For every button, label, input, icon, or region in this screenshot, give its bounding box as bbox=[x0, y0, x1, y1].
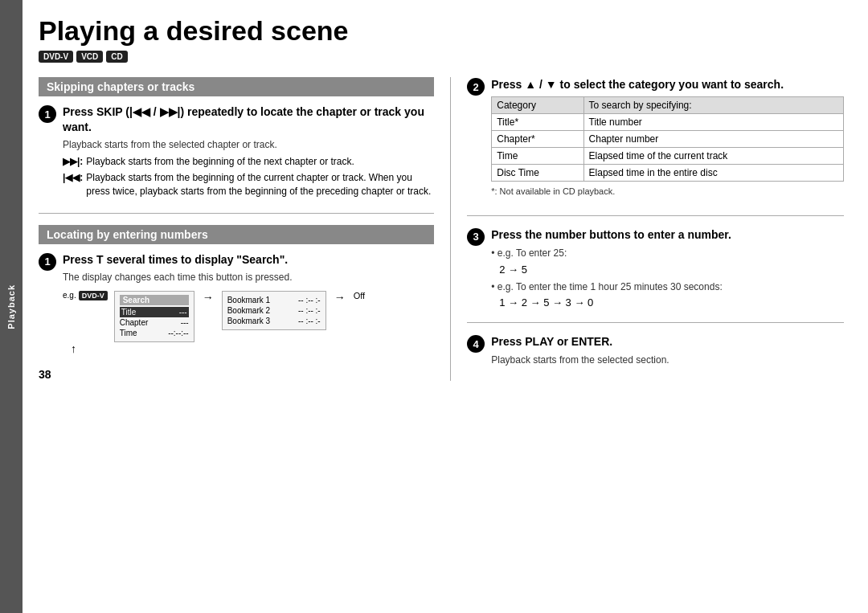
step-4-title: Press PLAY or ENTER. bbox=[491, 334, 844, 349]
step-locate: 1 Press T several times to display "Sear… bbox=[39, 252, 434, 355]
dvd-mockup-area: e.g. DVD-V Search Title --- Chapter bbox=[63, 291, 434, 342]
step-3-content: Press the number buttons to enter a numb… bbox=[491, 227, 844, 312]
table-row: Disc Time Elapsed time in the entire dis… bbox=[492, 164, 844, 181]
mockup-time-label: Time bbox=[120, 329, 137, 337]
mockup2-bm2-val: -- :-- :- bbox=[298, 306, 321, 315]
table-cell-time-label: Time bbox=[492, 147, 583, 164]
step-locate-desc: The display changes each time this butto… bbox=[63, 271, 434, 284]
divider-3 bbox=[467, 322, 844, 323]
step-3-example-1: 2 → 5 bbox=[499, 264, 844, 276]
mockup-chapter-label: Chapter bbox=[120, 318, 149, 327]
step-3-example-2: 1 → 2 → 5 → 3 → 0 bbox=[499, 296, 844, 309]
step-3-block: 3 Press the number buttons to enter a nu… bbox=[467, 227, 844, 312]
mockup-row-chapter: Chapter --- bbox=[120, 317, 189, 328]
step-locate-num: 1 bbox=[39, 253, 56, 271]
bullet-forward-text: Playback starts from the beginning of th… bbox=[86, 155, 354, 169]
mockup2-bm1-val: -- :-- :- bbox=[298, 296, 321, 304]
table-cell-time-val: Elapsed time of the current track bbox=[583, 147, 843, 164]
off-label: Off bbox=[354, 291, 365, 300]
table-header-specifying: To search by specifying: bbox=[583, 96, 843, 113]
sidebar-label: Playback bbox=[6, 284, 16, 329]
up-arrow: ↑ bbox=[71, 342, 434, 355]
step-skip-desc: Playback starts from the selected chapte… bbox=[63, 138, 434, 152]
bullet-back-text: Playback starts from the beginning of th… bbox=[86, 171, 434, 198]
eg-text: e.g. bbox=[63, 291, 76, 300]
bullet-forward: ▶▶|: Playback starts from the beginning … bbox=[63, 155, 434, 169]
search-table: Category To search by specifying: Title*… bbox=[491, 96, 844, 182]
bullet-dot-2: • bbox=[491, 281, 497, 292]
step-4-block: 4 Press PLAY or ENTER. Playback starts f… bbox=[467, 334, 844, 370]
mockup2-bm3-label: Bookmark 3 bbox=[227, 317, 270, 325]
eg-label: e.g. DVD-V bbox=[63, 291, 108, 300]
left-column: Skipping chapters or tracks 1 Press SKIP… bbox=[39, 77, 434, 381]
section-header-skipping: Skipping chapters or tracks bbox=[39, 77, 434, 96]
mockup-screen1: Search Title --- Chapter --- Time bbox=[114, 291, 194, 342]
badge-cd: CD bbox=[106, 51, 127, 63]
step-4-num: 4 bbox=[467, 335, 485, 353]
mockup-chapter-val: --- bbox=[181, 318, 189, 327]
mockup-title-label: Title bbox=[121, 308, 137, 317]
bullet-back: |◀◀: Playback starts from the beginning … bbox=[63, 171, 434, 198]
step-2-block: 2 Press ▲ / ▼ to select the category you… bbox=[467, 77, 844, 203]
step-locate-title: Press T several times to display "Search… bbox=[63, 252, 434, 267]
step-3-num: 3 bbox=[467, 228, 485, 246]
step-locate-content: Press T several times to display "Search… bbox=[63, 252, 434, 355]
step-skip-content: Press SKIP (|◀◀ / ▶▶|) repeatedly to loc… bbox=[63, 104, 434, 202]
right-column: 2 Press ▲ / ▼ to select the category you… bbox=[450, 77, 844, 381]
step-2-title: Press ▲ / ▼ to select the category you w… bbox=[491, 77, 844, 92]
table-cell-title-label: Title* bbox=[492, 113, 583, 130]
mockup2-row-3: Bookmark 3 -- :-- :- bbox=[227, 316, 321, 326]
mockup2-row-2: Bookmark 2 -- :-- :- bbox=[227, 305, 321, 316]
table-footnote: *: Not available in CD playback. bbox=[491, 186, 844, 196]
mockup-time-val: --:--:-- bbox=[168, 329, 189, 337]
mockup-title-val: --- bbox=[179, 308, 187, 317]
table-header-category: Category bbox=[492, 96, 583, 113]
arrow-sym-2: → bbox=[333, 291, 347, 304]
format-badges: DVD-V VCD CD bbox=[39, 51, 844, 63]
step-3-bullet-1-label: • e.g. To enter 25: bbox=[491, 247, 844, 260]
arrow-sym-1: → bbox=[201, 291, 215, 304]
divider-1 bbox=[39, 213, 434, 214]
bullet-back-sym: |◀◀: bbox=[63, 171, 83, 198]
step-2-content: Press ▲ / ▼ to select the category you w… bbox=[491, 77, 844, 203]
mockup2-bm2-label: Bookmark 2 bbox=[227, 306, 270, 315]
step-skip: 1 Press SKIP (|◀◀ / ▶▶|) repeatedly to l… bbox=[39, 104, 434, 202]
table-cell-chapter-label: Chapter* bbox=[492, 130, 583, 147]
sidebar: Playback bbox=[0, 0, 23, 613]
table-row: Chapter* Chapter number bbox=[492, 130, 844, 147]
bullet-forward-sym: ▶▶|: bbox=[63, 155, 83, 169]
mockup-screen1-header: Search bbox=[120, 295, 189, 305]
mockup-row-title: Title --- bbox=[120, 307, 189, 317]
table-row: Title* Title number bbox=[492, 113, 844, 130]
step-3-title: Press the number buttons to enter a numb… bbox=[491, 227, 844, 242]
mockup2-row-1: Bookmark 1 -- :-- :- bbox=[227, 295, 321, 305]
mockup2-bm1-label: Bookmark 1 bbox=[227, 296, 270, 304]
columns-layout: Skipping chapters or tracks 1 Press SKIP… bbox=[39, 77, 844, 381]
page-title: Playing a desired scene bbox=[39, 16, 844, 46]
table-cell-title-val: Title number bbox=[583, 113, 843, 130]
divider-2 bbox=[467, 215, 844, 216]
mockup2-bm3-val: -- :-- :- bbox=[298, 317, 321, 325]
table-cell-disctime-val: Elapsed time in the entire disc bbox=[583, 164, 843, 181]
step-3-examples: • e.g. To enter 25: 2 → 5 • e.g. To ente… bbox=[491, 247, 844, 309]
table-row: Time Elapsed time of the current track bbox=[492, 147, 844, 164]
step-skip-title: Press SKIP (|◀◀ / ▶▶|) repeatedly to loc… bbox=[63, 104, 434, 133]
badge-vcd: VCD bbox=[76, 51, 103, 63]
step-4-content: Press PLAY or ENTER. Playback starts fro… bbox=[491, 334, 844, 370]
mockup-row-time: Time --:--:-- bbox=[120, 328, 189, 338]
table-cell-chapter-val: Chapter number bbox=[583, 130, 843, 147]
step-2-num: 2 bbox=[467, 78, 485, 96]
table-cell-disctime-label: Disc Time bbox=[492, 164, 583, 181]
badge-dvdv: DVD-V bbox=[39, 51, 73, 63]
mockup-screen2: Bookmark 1 -- :-- :- Bookmark 2 -- :-- :… bbox=[222, 291, 326, 330]
dvd-badge-small: DVD-V bbox=[79, 291, 108, 300]
section-header-locating: Locating by entering numbers bbox=[39, 225, 434, 244]
step-3-bullet-2-label: • e.g. To enter the time 1 hour 25 minut… bbox=[491, 280, 844, 294]
main-content: Playing a desired scene DVD-V VCD CD Ski… bbox=[23, 0, 868, 613]
page-number: 38 bbox=[39, 368, 434, 381]
bullet-dot-1: • bbox=[491, 247, 497, 259]
step-4-desc: Playback starts from the selected sectio… bbox=[491, 353, 844, 367]
step-skip-num: 1 bbox=[39, 105, 56, 123]
